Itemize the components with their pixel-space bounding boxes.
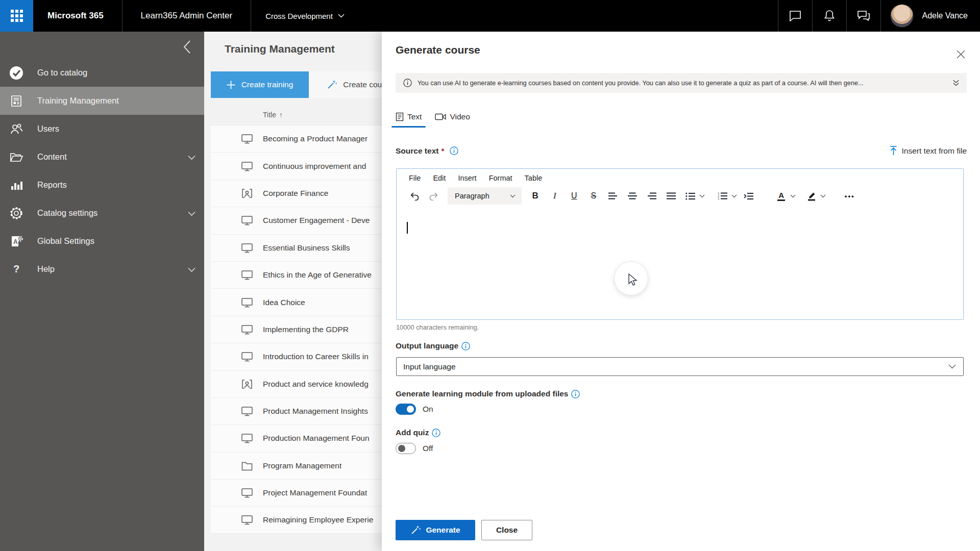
app-title[interactable]: Learn365 Admin Center [122, 11, 251, 21]
sidebar-collapse-button[interactable] [178, 38, 196, 56]
banner-text: You can use AI to generate e-learning co… [418, 79, 948, 87]
insert-text-from-file-button[interactable]: Insert text from file [890, 146, 967, 156]
quiz-toggle[interactable] [396, 443, 416, 454]
italic-button[interactable]: I [546, 187, 564, 205]
sidebar-item-reports[interactable]: Reports [0, 171, 204, 199]
source-text-input[interactable] [397, 208, 963, 315]
waffle-grid-icon [10, 9, 23, 22]
sidebar-item-help[interactable]: ? Help [0, 255, 204, 283]
font-color-button[interactable]: A [773, 187, 790, 205]
column-header-title[interactable]: Title ↑ [263, 111, 283, 119]
info-icon[interactable] [571, 390, 580, 398]
menu-file[interactable]: File [409, 174, 421, 182]
sidebar-item-content[interactable]: Content [0, 143, 204, 171]
justify-button[interactable] [663, 187, 680, 205]
quiz-toggle-label: Add quiz [396, 428, 440, 437]
topbar-actions: Adele Vance [778, 0, 980, 32]
toggle-knob [407, 406, 414, 413]
chat-icon [789, 10, 801, 21]
tab-text[interactable]: Text [396, 112, 422, 128]
close-button[interactable]: Close [481, 520, 532, 540]
output-language-dropdown[interactable]: Input language [396, 357, 964, 376]
info-icon[interactable] [461, 342, 470, 350]
paragraph-style-value: Paragraph [455, 192, 489, 200]
underline-button[interactable]: U [566, 187, 583, 205]
align-left-button[interactable] [604, 187, 622, 205]
instructor-led-icon [240, 379, 254, 390]
notifications-button[interactable] [813, 0, 846, 32]
highlight-color-button[interactable] [803, 187, 820, 205]
chevron-down-icon [188, 264, 195, 274]
sidebar-item-label: Users [37, 124, 59, 134]
chat-button[interactable] [778, 0, 812, 32]
bold-button[interactable]: B [527, 187, 544, 205]
sidebar-item-go-to-catalog[interactable]: Go to catalog [0, 59, 204, 87]
numbered-list-options-chevron[interactable] [731, 194, 737, 198]
numbered-list-button[interactable]: 123 [714, 187, 731, 205]
row-title: Product and service knowledg [263, 380, 369, 389]
sidebar-item-label: Reports [37, 180, 67, 190]
screen: Microsoft 365 Learn365 Admin Center Cros… [0, 0, 980, 551]
bullet-list-options-chevron[interactable] [699, 194, 705, 198]
sidebar-item-catalog-settings[interactable]: Catalog settings [0, 199, 204, 227]
info-icon[interactable] [432, 429, 440, 437]
close-icon [957, 50, 965, 59]
feedback-button[interactable] [847, 0, 880, 32]
more-toolbar-options-button[interactable]: ••• [841, 187, 859, 205]
tenant-selector[interactable]: Cross Development [251, 0, 359, 32]
course-icon [240, 514, 254, 525]
menu-edit[interactable]: Edit [433, 174, 446, 182]
info-icon [403, 79, 412, 87]
tab-video[interactable]: Video [435, 112, 470, 128]
align-center-button[interactable] [624, 187, 641, 205]
redo-button[interactable] [425, 187, 443, 205]
help-icon: ? [9, 262, 24, 277]
banner-expand-button[interactable] [952, 80, 960, 87]
menu-insert[interactable]: Insert [458, 174, 476, 182]
app-launcher-icon[interactable] [0, 0, 33, 32]
sidebar-item-training-management[interactable]: Training Management [0, 87, 204, 115]
create-training-label: Create training [241, 80, 293, 89]
bullet-list-button[interactable] [682, 187, 699, 205]
sidebar-item-label: Help [37, 264, 55, 274]
feedback-icon [857, 10, 870, 21]
account-menu[interactable]: Adele Vance [881, 0, 980, 32]
course-icon [240, 297, 254, 308]
row-title: Customer Engagement - Deve [263, 216, 370, 225]
panel-close-button[interactable] [952, 46, 969, 62]
course-icon [240, 324, 254, 335]
sidebar-item-users[interactable]: Users [0, 115, 204, 143]
paragraph-style-dropdown[interactable]: Paragraph [448, 187, 522, 205]
source-tabs: Text Video [396, 112, 470, 128]
brand-title[interactable]: Microsoft 365 [33, 11, 122, 21]
sidebar-item-global-settings[interactable]: A Global Settings [0, 227, 204, 255]
undo-button[interactable] [406, 187, 423, 205]
module-toggle[interactable] [396, 404, 416, 415]
row-title: Reimagining Employee Experie [263, 515, 373, 524]
svg-text:3: 3 [718, 198, 720, 201]
row-title: Project Management Foundat [263, 488, 367, 497]
rich-text-editor: File Edit Insert Format Table Paragraph … [396, 168, 964, 320]
info-icon[interactable] [450, 146, 458, 155]
row-title: Becoming a Product Manager [263, 134, 368, 143]
row-title: Idea Choice [263, 298, 305, 307]
create-training-button[interactable]: Create training [211, 71, 309, 98]
indent-button[interactable] [740, 187, 757, 205]
align-right-button[interactable] [643, 187, 660, 205]
sidebar-item-label: Content [37, 152, 67, 162]
menu-table[interactable]: Table [525, 174, 543, 182]
folder-open-icon [9, 149, 24, 165]
course-icon [240, 406, 254, 417]
row-title: Product Management Insights [263, 407, 368, 416]
menu-format[interactable]: Format [489, 174, 512, 182]
highlight-color-options-chevron[interactable] [820, 194, 826, 198]
strikethrough-button[interactable]: S [585, 187, 602, 205]
plus-icon [227, 81, 235, 89]
generate-button-label: Generate [426, 525, 460, 535]
chevron-left-icon [183, 40, 191, 54]
page-title: Training Management [225, 43, 335, 55]
font-color-options-chevron[interactable] [790, 194, 796, 198]
avatar [890, 4, 914, 28]
chevron-down-icon [188, 208, 195, 218]
generate-button[interactable]: Generate [396, 520, 475, 540]
